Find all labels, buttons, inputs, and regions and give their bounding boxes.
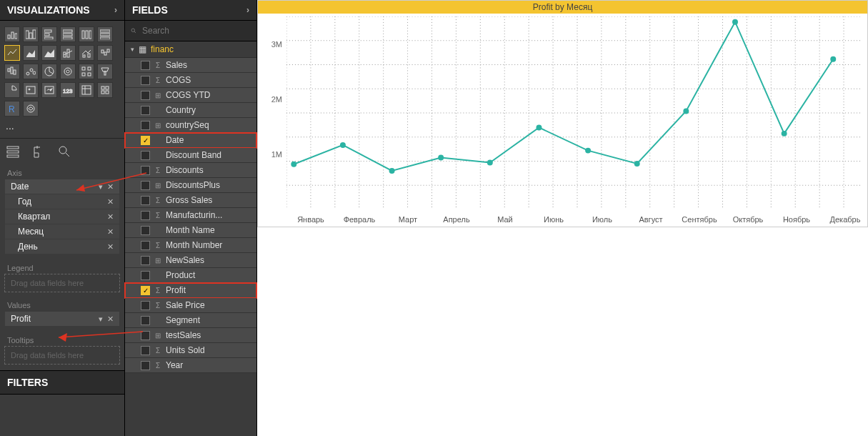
field-item[interactable]: Month Name bbox=[125, 223, 256, 238]
viz-type-16[interactable] bbox=[79, 64, 94, 79]
field-item[interactable]: ΣSale Price bbox=[125, 298, 256, 313]
field-checkbox[interactable] bbox=[141, 271, 150, 280]
field-checkbox[interactable] bbox=[141, 196, 150, 205]
field-item[interactable]: ΣCOGS bbox=[125, 73, 256, 88]
chart-visual[interactable]: Profit by Месяц 1M2M3M ЯнварьФевральМарт… bbox=[257, 0, 868, 227]
field-item[interactable]: ΣSales bbox=[125, 58, 256, 73]
visualizations-header[interactable]: VISUALIZATIONS › bbox=[0, 0, 124, 21]
field-item[interactable]: ⊞DiscountsPlus bbox=[125, 178, 256, 193]
viz-type-21[interactable]: 123 bbox=[60, 82, 76, 98]
viz-type-20[interactable] bbox=[41, 82, 57, 98]
field-checkbox[interactable] bbox=[141, 301, 150, 310]
field-item[interactable]: ✓Date bbox=[125, 133, 256, 148]
viz-type-2[interactable] bbox=[41, 26, 57, 42]
filters-header[interactable]: FILTERS bbox=[0, 370, 124, 395]
field-item[interactable]: Segment bbox=[125, 313, 256, 328]
field-checkbox[interactable] bbox=[141, 76, 150, 85]
viz-type-1[interactable] bbox=[23, 26, 39, 42]
axis-level[interactable]: Месяц✕ bbox=[5, 224, 119, 239]
viz-type-9[interactable] bbox=[60, 45, 76, 61]
viz-type-18[interactable] bbox=[4, 82, 20, 98]
axis-level[interactable]: Год✕ bbox=[5, 194, 119, 209]
table-financ[interactable]: ▾ ▦ financ bbox=[125, 41, 256, 58]
field-item[interactable]: ΣGross Sales bbox=[125, 193, 256, 208]
field-checkbox[interactable] bbox=[141, 181, 150, 190]
field-checkbox[interactable] bbox=[141, 226, 150, 235]
field-checkbox[interactable] bbox=[141, 91, 150, 100]
viz-type-15[interactable] bbox=[60, 64, 76, 79]
viz-type-25[interactable] bbox=[23, 101, 39, 117]
field-item[interactable]: ΣYear bbox=[125, 358, 256, 373]
field-checkbox[interactable] bbox=[141, 316, 150, 325]
field-item[interactable]: ⊞COGS YTD bbox=[125, 88, 256, 103]
field-checkbox[interactable] bbox=[141, 166, 150, 175]
viz-type-3[interactable] bbox=[60, 26, 76, 42]
field-checkbox[interactable] bbox=[141, 106, 150, 115]
remove-icon[interactable]: ✕ bbox=[107, 197, 114, 207]
field-checkbox[interactable]: ✓ bbox=[141, 136, 150, 145]
format-tab-icon[interactable] bbox=[31, 144, 46, 162]
field-checkbox[interactable] bbox=[141, 151, 150, 160]
dropdown-icon[interactable]: ▾ bbox=[99, 314, 103, 324]
viz-type-13[interactable] bbox=[23, 64, 39, 79]
viz-type-17[interactable] bbox=[97, 64, 113, 79]
tooltips-well[interactable]: Drag data fields here bbox=[4, 346, 120, 365]
field-item[interactable]: ΣManufacturin... bbox=[125, 208, 256, 223]
axis-level[interactable]: День✕ bbox=[5, 239, 119, 254]
x-tick: Июль bbox=[578, 215, 627, 224]
viz-type-4[interactable] bbox=[79, 26, 94, 42]
field-item[interactable]: ⊞testSales bbox=[125, 328, 256, 343]
fields-search[interactable] bbox=[125, 21, 256, 41]
field-checkbox[interactable]: ✓ bbox=[141, 286, 150, 295]
field-checkbox[interactable] bbox=[141, 211, 150, 220]
field-item[interactable]: ⊞countrySeq bbox=[125, 118, 256, 133]
viz-type-8[interactable] bbox=[41, 45, 57, 61]
viz-type-24[interactable]: R bbox=[4, 101, 20, 117]
field-item[interactable]: ΣDiscounts bbox=[125, 163, 256, 178]
remove-icon[interactable]: ✕ bbox=[107, 314, 114, 324]
field-item[interactable]: ΣMonth Number bbox=[125, 238, 256, 253]
values-field-profit[interactable]: Profit ▾✕ bbox=[5, 312, 119, 327]
viz-type-11[interactable] bbox=[97, 45, 113, 61]
viz-type-14[interactable] bbox=[41, 64, 57, 79]
legend-well[interactable]: Drag data fields here bbox=[4, 274, 120, 292]
analytics-tab-icon[interactable] bbox=[57, 144, 71, 162]
field-checkbox[interactable] bbox=[141, 241, 150, 250]
viz-type-12[interactable] bbox=[4, 64, 20, 79]
field-item[interactable]: Product bbox=[125, 268, 256, 283]
field-checkbox[interactable] bbox=[141, 256, 150, 265]
viz-type-23[interactable] bbox=[97, 82, 113, 98]
field-checkbox[interactable] bbox=[141, 121, 150, 130]
viz-type-0[interactable] bbox=[4, 26, 20, 42]
remove-icon[interactable]: ✕ bbox=[107, 212, 114, 222]
dropdown-icon[interactable]: ▾ bbox=[99, 182, 103, 192]
field-item[interactable]: Country bbox=[125, 103, 256, 118]
values-well[interactable]: Profit ▾✕ bbox=[4, 311, 120, 327]
axis-level[interactable]: Квартал✕ bbox=[5, 209, 119, 224]
field-item[interactable]: ⊞NewSales bbox=[125, 253, 256, 268]
viz-type-7[interactable] bbox=[23, 45, 39, 61]
search-input[interactable] bbox=[141, 25, 251, 36]
field-item[interactable]: ✓ΣProfit bbox=[125, 283, 256, 298]
viz-type-10[interactable] bbox=[79, 45, 94, 61]
svg-point-89 bbox=[291, 162, 296, 167]
viz-type-6[interactable] bbox=[4, 45, 20, 61]
field-checkbox[interactable] bbox=[141, 61, 150, 70]
axis-field-date[interactable]: Date ▾✕ bbox=[5, 179, 119, 194]
remove-icon[interactable]: ✕ bbox=[107, 227, 114, 237]
field-item[interactable]: ΣUnits Sold bbox=[125, 343, 256, 358]
viz-type-5[interactable] bbox=[97, 26, 113, 42]
viz-type-19[interactable] bbox=[23, 82, 39, 98]
remove-icon[interactable]: ✕ bbox=[107, 242, 114, 252]
field-checkbox[interactable] bbox=[141, 361, 150, 370]
viz-type-22[interactable] bbox=[79, 82, 94, 98]
axis-well[interactable]: Date ▾✕ Год✕Квартал✕Месяц✕День✕ bbox=[4, 179, 120, 255]
field-checkbox[interactable] bbox=[141, 331, 150, 340]
fields-header[interactable]: FIELDS › bbox=[125, 0, 256, 21]
field-checkbox[interactable] bbox=[141, 346, 150, 355]
field-item[interactable]: Discount Band bbox=[125, 148, 256, 163]
remove-icon[interactable]: ✕ bbox=[107, 182, 114, 192]
more-visuals-button[interactable]: ··· bbox=[0, 122, 124, 138]
fields-tab-icon[interactable] bbox=[6, 144, 20, 162]
table-icon: ▦ bbox=[139, 44, 146, 54]
